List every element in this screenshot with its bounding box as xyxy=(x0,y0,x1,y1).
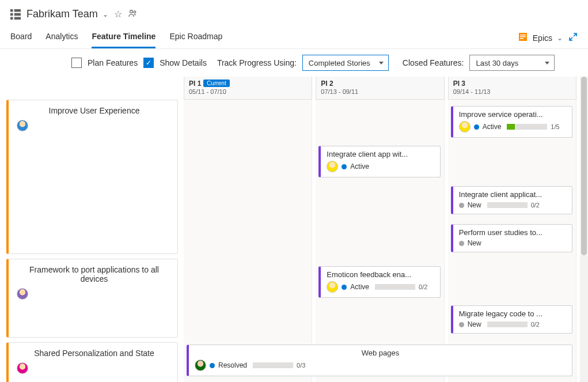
svg-point-7 xyxy=(134,11,136,13)
feature-title: Integrate client app wit... xyxy=(327,150,434,158)
feature-card[interactable]: Web pages Resolved0/3 xyxy=(187,345,572,376)
track-progress-label: Track Progress Using: xyxy=(217,58,297,67)
iteration-header[interactable]: PI 207/13 - 09/11 xyxy=(316,77,444,100)
progress-bar xyxy=(507,124,547,130)
chevron-down-icon[interactable]: ⌄ xyxy=(103,10,108,18)
tab-board[interactable]: Board xyxy=(10,27,32,48)
team-members-icon[interactable] xyxy=(128,9,137,20)
svg-rect-3 xyxy=(14,13,21,16)
scrollbar-thumb[interactable] xyxy=(581,77,587,255)
closed-features-label: Closed Features: xyxy=(403,58,464,67)
tab-analytics[interactable]: Analytics xyxy=(45,27,78,48)
state-dot-icon xyxy=(342,164,347,169)
show-details-checkbox[interactable]: ✓ xyxy=(143,58,154,68)
progress-bar xyxy=(253,362,293,368)
avatar xyxy=(327,281,338,293)
progress-label: 0/2 xyxy=(531,202,540,209)
progress-label: 0/3 xyxy=(297,362,305,369)
iteration-dates: 09/14 - 11/13 xyxy=(453,88,571,95)
progress-label: 0/2 xyxy=(531,321,540,328)
iteration-header[interactable]: PI 309/14 - 11/13 xyxy=(448,77,576,100)
epic-card[interactable]: Framework to port applications to all de… xyxy=(6,259,178,338)
feature-card[interactable]: Integrate client applicat... New0/2 xyxy=(451,186,572,214)
progress-label: 0/2 xyxy=(419,283,427,290)
feature-title: Perform user studies to... xyxy=(459,228,566,237)
avatar xyxy=(17,120,28,131)
iteration-header[interactable]: PI 1Current05/11 - 07/10 xyxy=(184,77,312,100)
scrollbar-track[interactable] xyxy=(580,77,588,382)
iteration-dates: 05/11 - 07/10 xyxy=(189,88,307,95)
svg-rect-10 xyxy=(520,36,526,37)
svg-point-6 xyxy=(130,10,132,13)
svg-rect-1 xyxy=(14,9,21,12)
current-badge: Current xyxy=(203,80,229,87)
chevron-down-icon[interactable]: ⌄ xyxy=(557,34,563,42)
progress-bar xyxy=(487,322,528,327)
avatar xyxy=(195,360,206,371)
tab-feature-timeline[interactable]: Feature Timeline xyxy=(92,27,155,48)
plan-features-checkbox[interactable] xyxy=(71,58,82,68)
toolbar: Plan Features ✓ Show Details Track Progr… xyxy=(0,49,588,77)
iteration-name: PI 1 xyxy=(189,80,201,88)
avatar xyxy=(459,121,471,133)
state-dot-icon xyxy=(459,322,464,327)
feature-card[interactable]: Improve service operati... Active1/5 xyxy=(451,106,572,138)
state-label: New xyxy=(468,201,481,209)
iteration-name: PI 2 xyxy=(321,80,333,88)
team-name[interactable]: Fabrikam Team xyxy=(26,8,98,20)
timeline-content: Improve User Experience Framework to por… xyxy=(0,77,588,382)
feature-card[interactable]: Emoticon feedback ena... Active0/2 xyxy=(318,266,440,298)
avatar xyxy=(327,161,338,172)
epics-icon xyxy=(519,33,527,43)
svg-rect-2 xyxy=(10,13,13,16)
feature-title: Emoticon feedback ena... xyxy=(327,270,434,279)
epic-title: Shared Personalization and State xyxy=(17,349,172,362)
state-label: Active xyxy=(483,123,502,131)
iteration-name: PI 3 xyxy=(453,80,465,88)
state-label: Active xyxy=(350,162,369,171)
svg-rect-11 xyxy=(520,38,523,39)
fullscreen-icon[interactable] xyxy=(568,32,578,43)
svg-rect-9 xyxy=(520,35,526,36)
backlog-icon xyxy=(10,9,21,20)
feature-card[interactable]: Integrate client app wit... Active xyxy=(318,146,440,177)
svg-rect-0 xyxy=(10,9,13,12)
epic-card[interactable]: Shared Personalization and State xyxy=(6,342,178,382)
epic-title: Improve User Experience xyxy=(17,106,172,120)
svg-rect-4 xyxy=(10,17,13,20)
favorite-star-icon[interactable]: ☆ xyxy=(114,9,122,20)
timeline-grid: PI 1Current05/11 - 07/10PI 207/13 - 09/1… xyxy=(184,77,580,382)
state-dot-icon xyxy=(210,363,215,368)
state-dot-icon xyxy=(459,241,464,246)
state-dot-icon xyxy=(474,124,479,130)
feature-title: Integrate client applicat... xyxy=(459,190,566,199)
feature-card[interactable]: Perform user studies to... New xyxy=(451,224,572,252)
iteration-dates: 07/13 - 09/11 xyxy=(321,88,439,95)
feature-title: Web pages xyxy=(195,349,566,357)
feature-title: Migrate legacy code to ... xyxy=(459,309,566,318)
page-header: Fabrikam Team ⌄ ☆ xyxy=(0,0,588,25)
progress-bar xyxy=(375,284,415,290)
show-details-label: Show Details xyxy=(160,58,207,67)
epic-card[interactable]: Improve User Experience xyxy=(6,100,178,254)
progress-label: 1/5 xyxy=(551,123,559,130)
state-label: Resolved xyxy=(218,361,247,369)
track-progress-select[interactable]: Completed Stories xyxy=(302,55,389,71)
epic-column: Improve User Experience Framework to por… xyxy=(0,77,184,382)
epics-selector-label[interactable]: Epics xyxy=(533,33,552,43)
progress-bar xyxy=(487,202,528,208)
plan-features-label: Plan Features xyxy=(88,58,138,67)
state-label: New xyxy=(468,320,481,328)
state-label: New xyxy=(468,239,481,247)
state-dot-icon xyxy=(342,285,347,290)
state-label: Active xyxy=(350,283,369,291)
tab-epic-roadmap[interactable]: Epic Roadmap xyxy=(169,27,222,48)
svg-rect-5 xyxy=(14,17,21,20)
feature-title: Improve service operati... xyxy=(459,110,566,119)
feature-card[interactable]: Migrate legacy code to ... New0/2 xyxy=(451,305,572,334)
avatar xyxy=(17,288,28,300)
tab-bar: Board Analytics Feature Timeline Epic Ro… xyxy=(0,25,588,49)
closed-features-select[interactable]: Last 30 days xyxy=(469,55,555,71)
epic-title: Framework to port applications to all de… xyxy=(17,265,172,288)
state-dot-icon xyxy=(459,203,464,208)
